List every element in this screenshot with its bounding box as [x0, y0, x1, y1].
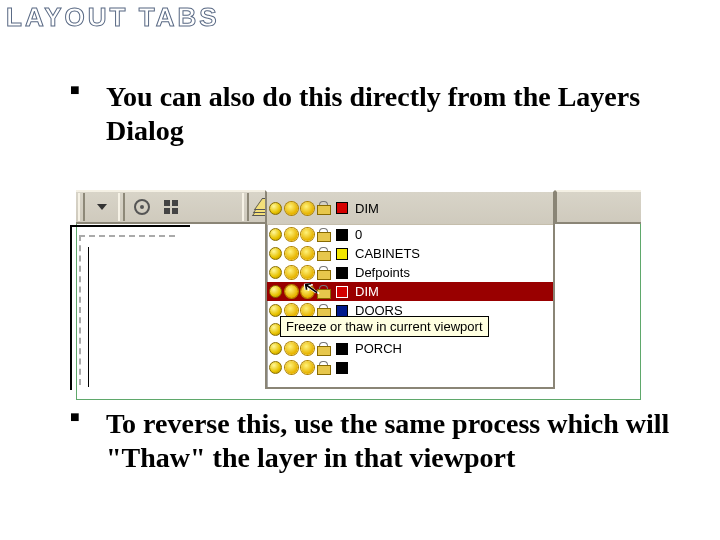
layer-row[interactable]: CABINETS [267, 244, 553, 263]
lock-icon[interactable] [317, 201, 330, 215]
toolbar-separator [118, 193, 125, 221]
color-swatch[interactable] [336, 267, 348, 279]
layer-name: 0 [355, 227, 362, 242]
sun-viewport-icon[interactable] [301, 342, 314, 355]
layer-dropdown-header[interactable]: DIM [267, 192, 553, 225]
bulb-icon[interactable] [269, 228, 282, 241]
color-swatch[interactable] [336, 286, 348, 298]
bullet-2: To reverse this, use the same process wh… [60, 407, 700, 474]
toolbar-continuation [555, 190, 641, 224]
layer-name: DIM [355, 201, 379, 216]
sun-viewport-icon[interactable] [301, 202, 314, 215]
sun-icon[interactable] [285, 247, 298, 260]
layer-row[interactable]: 0 [267, 225, 553, 244]
sun-viewport-icon[interactable] [301, 228, 314, 241]
svg-rect-6 [172, 208, 178, 214]
properties-icon[interactable] [128, 194, 155, 221]
layer-name: DIM [355, 284, 379, 299]
sun-icon[interactable] [285, 361, 298, 374]
sun-icon[interactable] [285, 342, 298, 355]
svg-rect-3 [164, 200, 170, 206]
layer-row[interactable]: PORCH [267, 339, 553, 358]
layer-row[interactable]: DIM [267, 282, 553, 301]
color-swatch[interactable] [336, 305, 348, 317]
bullet-1: You can also do this directly from the L… [60, 80, 700, 147]
bulb-icon[interactable] [269, 361, 282, 374]
bulb-icon[interactable] [269, 285, 282, 298]
color-swatch[interactable] [336, 202, 348, 214]
tooltip: Freeze or thaw in current viewport [280, 316, 489, 337]
lock-icon[interactable] [317, 342, 330, 356]
svg-marker-0 [97, 204, 107, 210]
layer-row[interactable] [267, 358, 553, 377]
lock-icon[interactable] [317, 247, 330, 261]
bulb-icon[interactable] [269, 247, 282, 260]
bulb-icon[interactable] [269, 202, 282, 215]
toolbar-button-dropdown[interactable] [88, 194, 115, 221]
sun-viewport-icon[interactable] [301, 361, 314, 374]
sun-viewport-icon[interactable] [301, 285, 314, 298]
bulb-icon[interactable] [269, 342, 282, 355]
color-swatch[interactable] [336, 248, 348, 260]
layer-name: CABINETS [355, 246, 420, 261]
svg-point-2 [140, 205, 144, 209]
lock-icon[interactable] [317, 266, 330, 280]
lock-icon[interactable] [317, 285, 330, 299]
design-center-icon[interactable] [157, 194, 184, 221]
sun-viewport-icon[interactable] [301, 266, 314, 279]
layer-row[interactable]: Defpoints [267, 263, 553, 282]
svg-rect-4 [172, 200, 178, 206]
layer-name: Defpoints [355, 265, 410, 280]
layer-name: PORCH [355, 341, 402, 356]
layer-dropdown[interactable]: DIM 0CABINETSDefpointsDIMDOORSFIXTURESPO… [265, 190, 555, 389]
sun-icon[interactable] [285, 285, 298, 298]
layers-toolbar-screenshot: DIM 0CABINETSDefpointsDIMDOORSFIXTURESPO… [76, 190, 641, 400]
sun-viewport-icon[interactable] [301, 247, 314, 260]
sun-icon[interactable] [285, 228, 298, 241]
lock-icon[interactable] [317, 228, 330, 242]
color-swatch[interactable] [336, 229, 348, 241]
sun-icon[interactable] [285, 202, 298, 215]
bulb-icon[interactable] [269, 266, 282, 279]
color-swatch[interactable] [336, 343, 348, 355]
svg-rect-5 [164, 208, 170, 214]
color-swatch[interactable] [336, 362, 348, 374]
slide-title: LAYOUT TABS [6, 2, 220, 33]
toolbar-separator-2 [242, 193, 249, 221]
toolbar-grip[interactable] [78, 193, 85, 221]
lock-icon[interactable] [317, 361, 330, 375]
sun-icon[interactable] [285, 266, 298, 279]
